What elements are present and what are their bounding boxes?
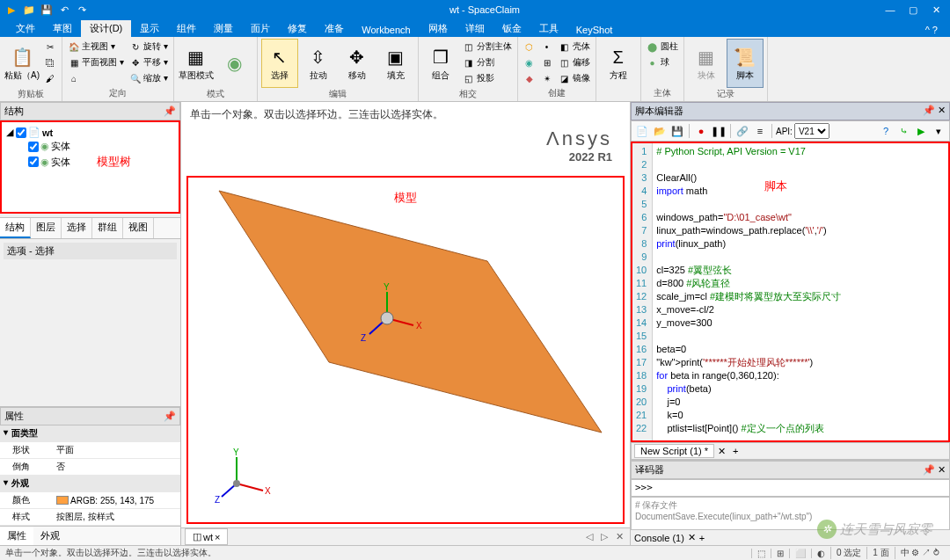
- interpreter-prompt[interactable]: >>>: [631, 479, 950, 497]
- close-all-tabs[interactable]: ✕: [613, 531, 626, 542]
- api-version-select[interactable]: V21: [794, 123, 829, 139]
- shell-button[interactable]: ◧壳体: [557, 39, 592, 55]
- code-lines[interactable]: # Python Script, API Version = V17ClearA…: [653, 143, 948, 440]
- lt-groups[interactable]: 群组: [92, 218, 123, 238]
- fill-button[interactable]: ▣填充: [377, 39, 414, 88]
- tree-child-1[interactable]: ◉实体: [5, 139, 175, 154]
- help-icon[interactable]: ?: [878, 123, 894, 139]
- triad-center[interactable]: X Y Z: [361, 283, 431, 353]
- create-5[interactable]: ⊞: [539, 55, 555, 70]
- close-panel-icon[interactable]: ✕: [938, 105, 946, 115]
- close-console-tab[interactable]: ✕: [688, 532, 696, 543]
- step-icon[interactable]: ⤷: [895, 123, 911, 139]
- create-3[interactable]: ◆: [522, 70, 537, 86]
- create-1[interactable]: ⬡: [522, 39, 537, 55]
- lt-selection[interactable]: 选择: [62, 218, 92, 238]
- stop-icon[interactable]: ▾: [931, 123, 946, 139]
- minimize-button[interactable]: —: [880, 2, 901, 18]
- save-script-icon[interactable]: 💾: [669, 123, 685, 139]
- status-item-3[interactable]: ⬜: [789, 549, 811, 558]
- create-6[interactable]: ✴: [539, 70, 555, 86]
- prev-tab[interactable]: ◁: [583, 531, 596, 542]
- spin-button[interactable]: ↻旋转 ▾: [128, 39, 170, 55]
- add-script-tab[interactable]: +: [729, 446, 742, 456]
- console-tab[interactable]: Console (1): [634, 533, 684, 543]
- status-ime[interactable]: 中 ⚙ ↗ ⥁: [895, 547, 945, 559]
- tab-display[interactable]: 显示: [131, 20, 168, 37]
- color-swatch[interactable]: [56, 496, 69, 505]
- lt-views[interactable]: 视图: [123, 218, 154, 238]
- mirror-button[interactable]: ◪镜像: [557, 70, 592, 86]
- brush-button[interactable]: 🖌: [42, 70, 58, 86]
- tree-checkbox[interactable]: [28, 142, 39, 152]
- tab-detail[interactable]: 详细: [457, 20, 493, 37]
- copy-button[interactable]: ⿻: [42, 55, 58, 70]
- bt-properties[interactable]: 属性: [0, 527, 33, 545]
- status-item-4[interactable]: ◐: [811, 549, 830, 558]
- link-icon[interactable]: 🔗: [734, 123, 750, 139]
- tab-file[interactable]: 文件: [7, 20, 44, 37]
- run-icon[interactable]: ▶: [913, 123, 929, 139]
- collapse-icon[interactable]: ▾: [4, 477, 8, 490]
- prop-group-appearance[interactable]: ▾外观: [0, 476, 180, 492]
- tab-sheetmetal[interactable]: 钣金: [493, 20, 530, 37]
- maximize-button[interactable]: ▢: [902, 2, 924, 18]
- status-item-2[interactable]: ⊞: [771, 549, 789, 558]
- close-tab-icon[interactable]: ×: [215, 532, 220, 542]
- home-view-button[interactable]: 🏠主视图 ▾: [66, 39, 126, 55]
- pin-icon[interactable]: 📌: [164, 411, 176, 422]
- tab-design[interactable]: 设计(D): [81, 20, 131, 37]
- close-script-tab[interactable]: ✕: [714, 446, 729, 457]
- split-button[interactable]: ◨分割: [461, 55, 514, 70]
- record-icon[interactable]: ●: [693, 123, 709, 139]
- plan-view-button[interactable]: ▦平面视图 ▾: [66, 55, 126, 70]
- offset-button[interactable]: ◫偏移: [557, 55, 592, 70]
- tree-checkbox[interactable]: [28, 156, 39, 167]
- sketch-mode-button[interactable]: ▦草图模式: [178, 39, 215, 88]
- script-tab-1[interactable]: New Script (1) *: [634, 444, 714, 458]
- tab-prepare[interactable]: 准备: [316, 20, 353, 37]
- tab-assembly[interactable]: 组件: [168, 20, 205, 37]
- combine-button[interactable]: ❒组合: [422, 39, 459, 88]
- pin-icon[interactable]: 📌: [923, 105, 935, 115]
- tree-child-2[interactable]: ◉实体: [5, 155, 70, 170]
- zoom-button[interactable]: 🔍缩放 ▾: [128, 70, 170, 86]
- cut-button[interactable]: ✂: [42, 39, 58, 55]
- body-mode-button[interactable]: ◉: [216, 39, 253, 88]
- ribbon-help[interactable]: ^ ?: [920, 23, 943, 37]
- new-script-icon[interactable]: 📄: [634, 123, 650, 139]
- bt-appearance[interactable]: 外观: [33, 527, 67, 545]
- cylinder-button[interactable]: ⬤圆柱: [645, 39, 680, 55]
- viewport[interactable]: Λnsys 2022 R1 模型 X Y Z X Y: [186, 127, 625, 524]
- tab-workbench[interactable]: Workbench: [353, 23, 419, 37]
- undo-icon[interactable]: ↶: [56, 2, 72, 18]
- status-item-1[interactable]: ⬚: [751, 549, 771, 558]
- tree-checkbox[interactable]: [16, 127, 26, 138]
- collapse-icon[interactable]: ▾: [4, 427, 8, 440]
- create-4[interactable]: •: [539, 39, 555, 55]
- tab-sketch[interactable]: 草图: [44, 20, 81, 37]
- lt-layers[interactable]: 图层: [31, 218, 62, 238]
- create-2[interactable]: ◉: [522, 55, 537, 70]
- tab-keyshot[interactable]: KeyShot: [567, 23, 622, 37]
- pin-icon[interactable]: 📌: [164, 105, 176, 117]
- open-script-icon[interactable]: 📂: [652, 123, 668, 139]
- lt-structure[interactable]: 结构: [0, 218, 31, 238]
- paste-button[interactable]: 📋粘贴（A): [4, 39, 40, 88]
- move-button[interactable]: ✥移动: [339, 39, 376, 88]
- play-icon[interactable]: ▶: [4, 2, 19, 18]
- add-console-tab[interactable]: +: [699, 533, 705, 543]
- open-icon[interactable]: 📁: [21, 2, 37, 18]
- structure-tree[interactable]: ◢📄wt ◉实体 ◉实体 模型树: [0, 120, 180, 214]
- script-button[interactable]: 📜脚本: [727, 39, 764, 88]
- param-icon[interactable]: ≡: [752, 123, 768, 139]
- split-body-button[interactable]: ◫分割主体: [461, 39, 514, 55]
- view-home-button[interactable]: ⌂: [66, 70, 126, 86]
- redo-icon[interactable]: ↷: [74, 2, 90, 18]
- sphere-button[interactable]: ●球: [645, 55, 680, 70]
- next-tab[interactable]: ▷: [598, 531, 610, 542]
- pause-record-icon[interactable]: ❚❚: [711, 123, 727, 139]
- tab-facet[interactable]: 面片: [242, 20, 279, 37]
- save-icon[interactable]: 💾: [39, 2, 55, 18]
- triad-corner[interactable]: X Y Z: [215, 448, 276, 510]
